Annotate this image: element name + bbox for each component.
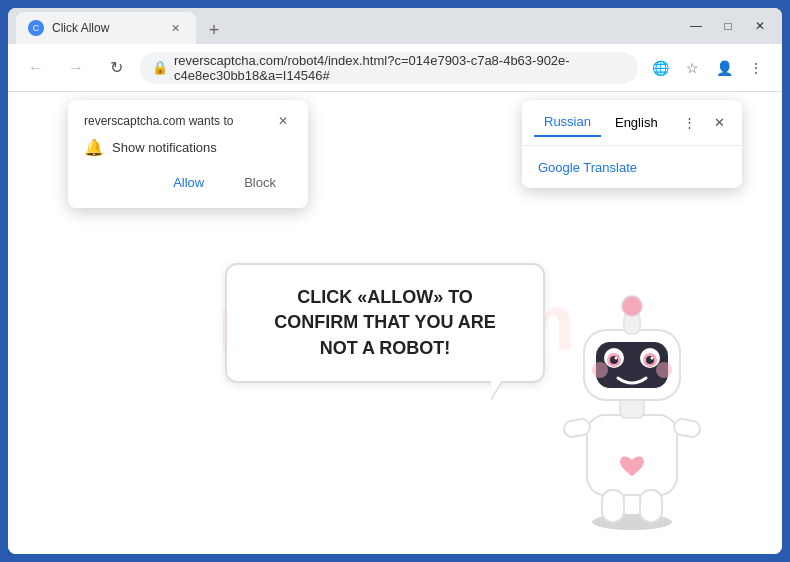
page-content: risk4.com reverscaptcha.com wants to ✕ 🔔… bbox=[8, 92, 782, 554]
translate-more-button[interactable]: ⋮ bbox=[676, 109, 704, 137]
refresh-button[interactable]: ↻ bbox=[100, 52, 132, 84]
new-tab-button[interactable]: + bbox=[200, 16, 228, 44]
speech-bubble-container: CLICK «ALLOW» TO CONFIRM THAT YOU ARE NO… bbox=[225, 263, 545, 383]
forward-button[interactable]: → bbox=[60, 52, 92, 84]
svg-rect-10 bbox=[596, 342, 668, 388]
minimize-button[interactable]: — bbox=[682, 12, 710, 40]
svg-point-18 bbox=[651, 357, 654, 360]
robot-illustration bbox=[542, 270, 722, 530]
popup-header: reverscaptcha.com wants to ✕ bbox=[84, 112, 292, 130]
notification-text: Show notifications bbox=[112, 140, 217, 155]
popup-buttons: Allow Block bbox=[84, 169, 292, 196]
maximize-button[interactable]: □ bbox=[714, 12, 742, 40]
lock-icon: 🔒 bbox=[152, 60, 168, 75]
back-button[interactable]: ← bbox=[20, 52, 52, 84]
window-controls: — □ ✕ bbox=[682, 12, 774, 40]
tab-title: Click Allow bbox=[52, 21, 158, 35]
svg-point-9 bbox=[622, 296, 642, 316]
bubble-text: CLICK «ALLOW» TO CONFIRM THAT YOU ARE NO… bbox=[257, 285, 513, 361]
popup-close-button[interactable]: ✕ bbox=[274, 112, 292, 130]
translate-body: Google Translate bbox=[522, 146, 742, 188]
english-lang-button[interactable]: English bbox=[605, 109, 668, 136]
url-text: reverscaptcha.com/robot4/index.html?c=01… bbox=[174, 53, 626, 83]
browser-tab[interactable]: C Click Allow ✕ bbox=[16, 12, 196, 44]
block-button[interactable]: Block bbox=[228, 169, 292, 196]
close-button[interactable]: ✕ bbox=[746, 12, 774, 40]
speech-bubble: CLICK «ALLOW» TO CONFIRM THAT YOU ARE NO… bbox=[225, 263, 545, 383]
allow-button[interactable]: Allow bbox=[157, 169, 220, 196]
translate-ext-icon[interactable]: 🌐 bbox=[646, 54, 674, 82]
extension-icons: 🌐 ☆ 👤 ⋮ bbox=[646, 54, 770, 82]
translate-close-button[interactable]: ✕ bbox=[706, 109, 734, 137]
svg-point-20 bbox=[656, 362, 672, 378]
profile-button[interactable]: 👤 bbox=[710, 54, 738, 82]
tab-close-button[interactable]: ✕ bbox=[166, 19, 184, 37]
russian-lang-button[interactable]: Russian bbox=[534, 108, 601, 137]
svg-rect-5 bbox=[640, 490, 662, 522]
tab-favicon: C bbox=[28, 20, 44, 36]
url-bar[interactable]: 🔒 reverscaptcha.com/robot4/index.html?c=… bbox=[140, 52, 638, 84]
google-translate-link[interactable]: Google Translate bbox=[538, 160, 637, 175]
svg-point-19 bbox=[592, 362, 608, 378]
translate-header: Russian English ⋮ ✕ bbox=[522, 100, 742, 146]
svg-rect-1 bbox=[587, 415, 677, 495]
browser-window: C Click Allow ✕ + — □ ✕ ← → ↻ 🔒 reversca… bbox=[8, 8, 782, 554]
robot-container bbox=[542, 270, 722, 534]
translate-options: ⋮ ✕ bbox=[676, 109, 734, 137]
address-bar: ← → ↻ 🔒 reverscaptcha.com/robot4/index.h… bbox=[8, 44, 782, 92]
menu-button[interactable]: ⋮ bbox=[742, 54, 770, 82]
bookmark-button[interactable]: ☆ bbox=[678, 54, 706, 82]
svg-point-14 bbox=[615, 357, 618, 360]
notification-row: 🔔 Show notifications bbox=[84, 138, 292, 157]
popup-title: reverscaptcha.com wants to bbox=[84, 114, 233, 128]
notification-popup: reverscaptcha.com wants to ✕ 🔔 Show noti… bbox=[68, 100, 308, 208]
title-bar: C Click Allow ✕ + — □ ✕ bbox=[8, 8, 782, 44]
translate-popup: Russian English ⋮ ✕ Google Translate bbox=[522, 100, 742, 188]
bell-icon: 🔔 bbox=[84, 138, 104, 157]
svg-rect-4 bbox=[602, 490, 624, 522]
